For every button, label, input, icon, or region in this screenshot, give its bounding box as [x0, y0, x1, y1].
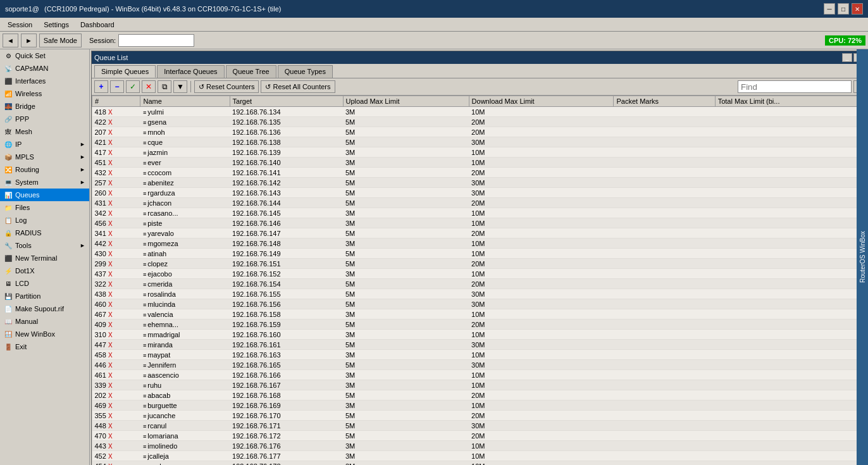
sidebar-item-log[interactable]: 📋 Log — [0, 214, 89, 226]
cell-marks — [614, 380, 715, 390]
col-marks[interactable]: Packet Marks — [614, 96, 715, 107]
minimize-button[interactable]: ─ — [824, 3, 835, 15]
titlebar-center: (CCR1009 Pedregal) - WinBox (64bit) v6.4… — [44, 5, 281, 13]
sidebar-item-interfaces[interactable]: ⬛ Interfaces — [0, 75, 89, 87]
table-inner[interactable]: # Name Target Upload Max Limit Download … — [92, 96, 859, 465]
sidebar-item-mpls[interactable]: 📦 MPLS ► — [0, 151, 89, 163]
cell-upload: 5M — [343, 319, 469, 330]
table-row[interactable]: 257 X≡abenitez192.168.76.1425M30M — [92, 178, 859, 188]
menu-session[interactable]: Session — [3, 20, 37, 30]
tab-queue-types[interactable]: Queue Types — [278, 65, 333, 78]
table-row[interactable]: 299 X≡clopez192.168.76.1515M20M — [92, 259, 859, 269]
table-row[interactable]: 342 X≡rcasano...192.168.76.1453M10M — [92, 208, 859, 218]
sidebar-item-system[interactable]: 💻 System ► — [0, 176, 89, 189]
sidebar-item-wireless[interactable]: 📶 Wireless — [0, 87, 89, 100]
sidebar-item-capsman[interactable]: 📡 CAPsMAN — [0, 62, 89, 75]
col-id[interactable]: # — [92, 96, 140, 107]
table-row[interactable]: 447 X≡miranda192.168.76.1615M30M — [92, 340, 859, 350]
sidebar-item-quickset[interactable]: ⚙ Quick Set — [0, 49, 89, 62]
table-row[interactable]: 454 X≡marly192.168.76.1783M10M — [92, 461, 859, 466]
safe-mode-button[interactable]: Safe Mode — [39, 34, 82, 47]
table-row[interactable]: 431 X≡jchacon192.168.76.1445M20M — [92, 198, 859, 208]
tab-simple-queues[interactable]: Simple Queues — [94, 65, 156, 78]
sidebar-item-ppp[interactable]: 🔗 PPP — [0, 113, 89, 125]
table-row[interactable]: 341 X≡yarevalo192.168.76.1475M20M — [92, 228, 859, 239]
table-row[interactable]: 442 X≡mgomeza192.168.76.1483M10M — [92, 239, 859, 249]
table-row[interactable]: 355 X≡jucanche192.168.76.1705M20M — [92, 411, 859, 421]
add-button[interactable]: + — [94, 80, 108, 93]
col-download[interactable]: Download Max Limit — [469, 96, 614, 107]
col-target[interactable]: Target — [230, 96, 343, 107]
remove-button[interactable]: − — [110, 80, 124, 93]
table-row[interactable]: 310 X≡mmadrigal192.168.76.1603M10M — [92, 330, 859, 340]
table-row[interactable]: 458 X≡maypat192.168.76.1633M10M — [92, 350, 859, 360]
queue-minimize-btn[interactable]: _ — [842, 53, 852, 62]
col-total[interactable]: Total Max Limit (bi... — [715, 96, 858, 107]
cell-upload: 5M — [343, 198, 469, 208]
sidebar-item-ip[interactable]: 🌐 IP ► — [0, 138, 89, 151]
table-row[interactable]: 452 X≡jcalleja192.168.76.1773M10M — [92, 451, 859, 461]
sidebar-item-files[interactable]: 📁 Files — [0, 201, 89, 214]
table-row[interactable]: 446 X≡Jennifern192.168.76.1655M30M — [92, 360, 859, 370]
sidebar-item-queues[interactable]: 📊 Queues — [0, 189, 89, 201]
sidebar-item-lcd[interactable]: 🖥 LCD — [0, 277, 89, 290]
table-row[interactable]: 437 X≡ejacobo192.168.76.1523M10M — [92, 269, 859, 279]
table-row[interactable]: 469 X≡burguette192.168.76.1693M10M — [92, 400, 859, 411]
table-row[interactable]: 418 X≡yulmi192.168.76.1343M10M — [92, 107, 859, 117]
sidebar-item-dot1x[interactable]: ⚡ Dot1X — [0, 264, 89, 277]
table-row[interactable]: 448 X≡rcanul192.168.76.1715M30M — [92, 421, 859, 431]
search-input[interactable] — [738, 80, 852, 93]
table-row[interactable]: 430 X≡atinah192.168.76.1495M10M — [92, 249, 859, 259]
filter-button[interactable]: ▼ — [173, 80, 187, 93]
sidebar-item-partition[interactable]: 💾 Partition — [0, 290, 89, 302]
enable-button[interactable]: ✓ — [126, 80, 140, 93]
table-row[interactable]: 438 X≡rosalinda192.168.76.1555M30M — [92, 289, 859, 299]
table-row[interactable]: 260 X≡rgarduza192.168.76.1435M30M — [92, 188, 859, 198]
tab-interface-queues[interactable]: Interface Queues — [157, 65, 224, 78]
table-row[interactable]: 421 X≡cque192.168.76.1385M30M — [92, 137, 859, 147]
sidebar-item-bridge[interactable]: 🌉 Bridge — [0, 100, 89, 113]
sidebar-item-tools[interactable]: 🔧 Tools ► — [0, 239, 89, 252]
sidebar-item-mesh[interactable]: 🕸 Mesh — [0, 125, 89, 138]
sidebar-item-radius[interactable]: 🔒 RADIUS — [0, 226, 89, 239]
col-upload[interactable]: Upload Max Limit — [343, 96, 469, 107]
table-row[interactable]: 461 X≡aascencio192.168.76.1663M10M — [92, 370, 859, 380]
table-row[interactable]: 202 X≡abacab192.168.76.1685M20M — [92, 390, 859, 400]
sidebar-item-manual[interactable]: 📖 Manual — [0, 315, 89, 328]
table-row[interactable]: 460 X≡mlucinda192.168.76.1565M30M — [92, 299, 859, 309]
table-row[interactable]: 409 X≡ehemna...192.168.76.1595M20M — [92, 319, 859, 330]
table-row[interactable]: 207 X≡mnoh192.168.76.1365M20M — [92, 127, 859, 137]
table-row[interactable]: 443 X≡imolinedo192.168.76.1763M10M — [92, 441, 859, 451]
sidebar-item-supout[interactable]: 📄 Make Supout.rif — [0, 302, 89, 315]
table-row[interactable]: 422 X≡gsena192.168.76.1355M20M — [92, 117, 859, 127]
cell-target: 192.168.76.140 — [230, 158, 343, 168]
sidebar-item-exit[interactable]: 🚪 Exit — [0, 340, 89, 353]
copy-button[interactable]: ⧉ — [158, 80, 171, 93]
table-row[interactable]: 417 X≡jazmin192.168.76.1393M10M — [92, 147, 859, 158]
disable-button[interactable]: ✕ — [142, 80, 156, 93]
menu-settings[interactable]: Settings — [39, 20, 74, 30]
reset-all-counters-button[interactable]: ↺ Reset All Counters — [261, 80, 335, 93]
table-row[interactable]: 467 X≡valencia192.168.76.1583M10M — [92, 309, 859, 319]
session-input[interactable] — [118, 34, 194, 47]
forward-button[interactable]: ► — [21, 34, 37, 47]
sidebar-item-routing[interactable]: 🔀 Routing ► — [0, 163, 89, 176]
cell-total — [715, 421, 858, 431]
table-row[interactable]: 451 X≡ever192.168.76.1403M10M — [92, 158, 859, 168]
table-row[interactable]: 339 X≡ruhu192.168.76.1673M10M — [92, 380, 859, 390]
tab-queue-tree[interactable]: Queue Tree — [226, 65, 276, 78]
table-row[interactable]: 432 X≡ccocom192.168.76.1415M20M — [92, 168, 859, 178]
cell-total — [715, 239, 858, 249]
sidebar-item-newterminal[interactable]: ⬛ New Terminal — [0, 252, 89, 264]
cell-name: ≡marly — [140, 461, 230, 466]
sidebar-item-newwinbox[interactable]: 🪟 New WinBox — [0, 328, 89, 340]
table-row[interactable]: 470 X≡lomariana192.168.76.1725M20M — [92, 431, 859, 441]
table-row[interactable]: 456 X≡piste192.168.76.1463M10M — [92, 218, 859, 228]
table-row[interactable]: 322 X≡cmerida192.168.76.1545M20M — [92, 279, 859, 289]
back-button[interactable]: ◄ — [3, 34, 18, 47]
menu-dashboard[interactable]: Dashboard — [75, 20, 120, 30]
close-button[interactable]: ✕ — [852, 3, 863, 15]
reset-counters-button[interactable]: ↺ Reset Counters — [194, 80, 259, 93]
maximize-button[interactable]: □ — [838, 3, 849, 15]
col-name[interactable]: Name — [140, 96, 230, 107]
